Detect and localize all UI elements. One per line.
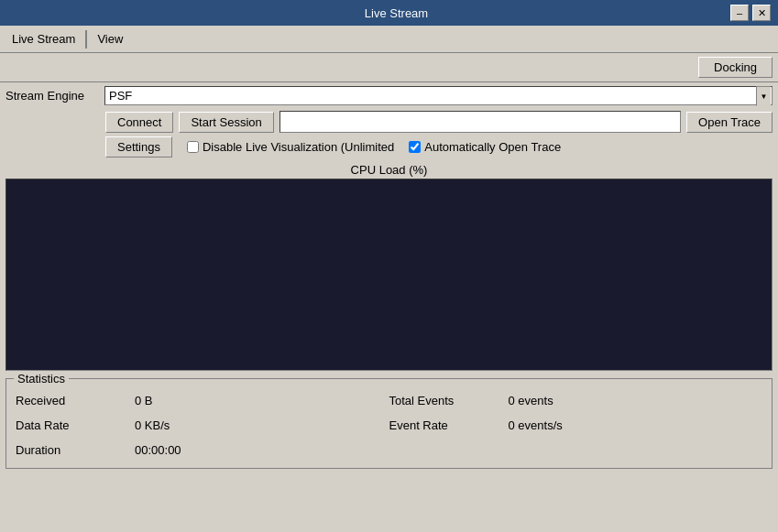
menu-item-live-stream[interactable]: Live Stream bbox=[4, 28, 83, 49]
stats-row-duration: Duration 00:00:00 bbox=[16, 438, 389, 462]
stats-value-duration: 00:00:00 bbox=[135, 443, 181, 457]
menu-bar: Live Stream View bbox=[0, 26, 778, 53]
session-input[interactable] bbox=[279, 111, 681, 133]
stream-engine-select-wrapper: PSF ▼ bbox=[104, 86, 773, 105]
connect-button[interactable]: Connect bbox=[105, 112, 173, 133]
start-session-button[interactable]: Start Session bbox=[179, 112, 273, 133]
chart-area bbox=[5, 179, 773, 371]
title-bar: Live Stream – ✕ bbox=[0, 0, 778, 26]
window-title: Live Stream bbox=[62, 6, 730, 20]
auto-open-trace-text: Automatically Open Trace bbox=[424, 140, 561, 154]
open-trace-button[interactable]: Open Trace bbox=[686, 112, 773, 133]
stats-value-data-rate: 0 KB/s bbox=[135, 418, 170, 432]
statistics-legend: Statistics bbox=[14, 372, 69, 385]
stats-label-duration: Duration bbox=[16, 443, 135, 457]
stats-label-received: Received bbox=[16, 394, 135, 407]
title-bar-controls: – ✕ bbox=[730, 5, 771, 21]
docking-button[interactable]: Docking bbox=[698, 57, 773, 78]
stream-engine-select[interactable]: PSF bbox=[104, 86, 773, 105]
settings-row: Settings Disable Live Visualization (Unl… bbox=[0, 135, 778, 159]
stats-grid: Received 0 B Total Events 0 events Data … bbox=[16, 388, 762, 462]
stream-engine-label: Stream Engine bbox=[5, 89, 97, 103]
stats-value-total-events: 0 events bbox=[509, 394, 553, 407]
stats-row-received: Received 0 B bbox=[16, 388, 389, 413]
disable-live-viz-checkbox[interactable] bbox=[187, 141, 199, 153]
auto-open-trace-label[interactable]: Automatically Open Trace bbox=[409, 140, 561, 154]
stats-label-event-rate: Event Rate bbox=[389, 418, 509, 432]
settings-button[interactable]: Settings bbox=[105, 136, 172, 157]
stats-row-event-rate: Event Rate 0 events/s bbox=[389, 413, 763, 438]
stream-engine-row: Stream Engine PSF ▼ bbox=[0, 82, 778, 109]
menu-item-view[interactable]: View bbox=[89, 28, 131, 49]
disable-live-viz-text: Disable Live Visualization (Unlimited bbox=[203, 140, 394, 154]
stats-row-total-events: Total Events 0 events bbox=[389, 388, 763, 413]
stats-label-data-rate: Data Rate bbox=[16, 418, 135, 432]
toolbar: Docking bbox=[0, 53, 778, 82]
chart-section: CPU Load (%) bbox=[0, 159, 778, 375]
stats-label-total-events: Total Events bbox=[389, 394, 509, 407]
chart-label: CPU Load (%) bbox=[5, 163, 773, 177]
statistics-section: Statistics Received 0 B Total Events 0 e… bbox=[5, 378, 773, 469]
stats-value-received: 0 B bbox=[135, 394, 153, 407]
minimize-button[interactable]: – bbox=[730, 5, 749, 21]
session-controls-row: Connect Start Session Open Trace bbox=[0, 109, 778, 135]
auto-open-trace-checkbox[interactable] bbox=[409, 141, 421, 153]
close-button[interactable]: ✕ bbox=[752, 5, 771, 21]
stats-value-event-rate: 0 events/s bbox=[509, 418, 563, 432]
disable-live-viz-label[interactable]: Disable Live Visualization (Unlimited bbox=[187, 140, 394, 154]
stats-row-data-rate: Data Rate 0 KB/s bbox=[16, 413, 389, 438]
menu-separator bbox=[85, 30, 87, 49]
